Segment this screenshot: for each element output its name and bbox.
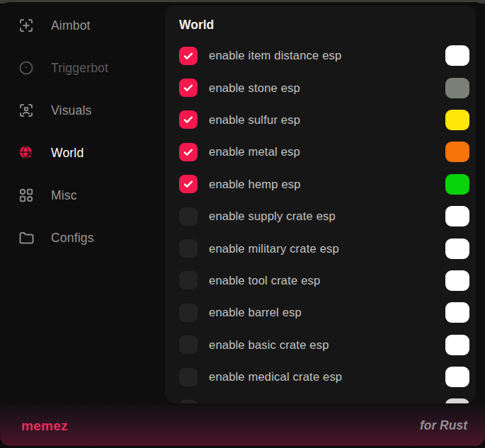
checkbox[interactable]: [179, 400, 198, 403]
color-swatch[interactable]: [445, 398, 469, 403]
checkbox[interactable]: [179, 271, 198, 289]
world-panel: World enable item distance esp enable st…: [165, 6, 476, 403]
setting-row-enable-stone-esp: enable stone esp: [179, 71, 469, 103]
setting-row: [179, 393, 469, 403]
color-swatch[interactable]: [445, 174, 469, 195]
checkbox[interactable]: [179, 47, 198, 65]
color-swatch[interactable]: [445, 142, 469, 162]
shapes-grid-icon: [18, 187, 35, 204]
sidebar-item-misc[interactable]: Misc: [0, 180, 165, 211]
color-swatch[interactable]: [445, 110, 469, 130]
setting-row-enable-medical-crate-esp: enable medical crate esp: [179, 361, 469, 393]
color-swatch[interactable]: [445, 335, 469, 355]
setting-row-enable-military-crate-esp: enable military crate esp: [179, 232, 469, 264]
crosshair-focus-icon: [18, 17, 35, 34]
checkbox[interactable]: [179, 110, 198, 129]
sidebar-nav: Aimbot Triggerbot Visuals World Misc Con…: [0, 2, 165, 265]
sidebar-item-aimbot[interactable]: Aimbot: [0, 10, 165, 41]
color-swatch[interactable]: [445, 270, 469, 291]
circle-dot-icon: [18, 59, 35, 76]
checkbox[interactable]: [179, 239, 198, 258]
checkbox[interactable]: [179, 368, 198, 386]
sidebar-item-world[interactable]: World: [0, 137, 165, 168]
color-swatch[interactable]: [445, 302, 469, 323]
checkbox[interactable]: [179, 175, 198, 193]
checkbox[interactable]: [179, 304, 198, 322]
checkbox[interactable]: [179, 207, 198, 226]
setting-row-enable-metal-esp: enable metal esp: [179, 136, 469, 168]
folder-icon: [18, 229, 35, 246]
checkbox[interactable]: [179, 335, 198, 354]
sidebar-item-triggerbot[interactable]: Triggerbot: [0, 52, 165, 84]
setting-row-enable-supply-crate-esp: enable supply crate esp: [179, 200, 469, 232]
brand-suffix: for Rust: [420, 418, 467, 433]
settings-list: enable item distance esp enable stone es…: [179, 40, 469, 403]
setting-row-enable-barrel-esp: enable barrel esp: [179, 297, 469, 328]
setting-row-enable-hemp-esp: enable hemp esp: [179, 168, 469, 200]
checkmark-icon: [182, 178, 195, 190]
checkbox[interactable]: [179, 143, 198, 161]
sidebar-item-configs[interactable]: Configs: [0, 222, 165, 253]
setting-row-enable-item-distance-esp: enable item distance esp: [179, 40, 469, 71]
setting-row-enable-tool-crate-esp: enable tool crate esp: [179, 265, 469, 297]
checkmark-icon: [182, 113, 195, 126]
color-swatch[interactable]: [445, 367, 469, 387]
footer-bar: memez for Rust: [0, 406, 485, 446]
color-swatch[interactable]: [445, 206, 469, 226]
checkbox[interactable]: [179, 79, 198, 97]
color-swatch[interactable]: [445, 45, 469, 66]
globe-star-icon: [18, 144, 35, 161]
brand-logo: memez: [21, 418, 68, 434]
color-swatch[interactable]: [445, 78, 469, 98]
menu-window: Aimbot Triggerbot Visuals World Misc Con…: [0, 2, 485, 446]
checkmark-icon: [182, 81, 195, 94]
checkmark-icon: [182, 146, 195, 159]
setting-row-enable-sulfur-esp: enable sulfur esp: [179, 104, 469, 136]
sidebar-item-visuals[interactable]: Visuals: [0, 95, 165, 126]
setting-row-enable-basic-crate-esp: enable basic crate esp: [179, 329, 469, 361]
color-swatch[interactable]: [445, 239, 469, 259]
page-title: World: [179, 17, 469, 33]
checkmark-icon: [182, 50, 195, 62]
person-scan-icon: [18, 102, 35, 119]
